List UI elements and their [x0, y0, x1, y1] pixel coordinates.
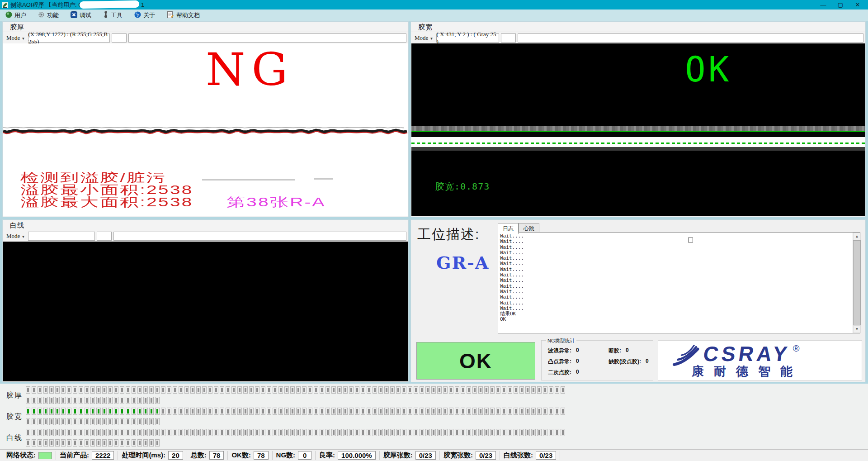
- frame-slot-empty: [549, 429, 553, 436]
- close-button[interactable]: ✕: [849, 0, 866, 10]
- frame-slot-empty: [514, 386, 518, 394]
- log-entry: Wait....: [500, 272, 860, 278]
- frame-slot-pass: [143, 408, 148, 415]
- menu-item-about[interactable]: ?关于: [134, 11, 155, 19]
- frame-slot-empty: [467, 386, 471, 394]
- frame-slot-empty: [408, 386, 412, 394]
- info-box[interactable]: [113, 232, 406, 241]
- coordinate-readout[interactable]: (X 398,Y 1272) : (R 255,G 255,B 255): [28, 33, 110, 43]
- frame-slot-empty: [543, 408, 547, 415]
- frame-slot-empty: [155, 439, 160, 447]
- frame-slot-empty: [355, 386, 359, 394]
- tab-log[interactable]: 日志: [498, 223, 519, 234]
- frame-slot-empty: [502, 408, 506, 415]
- station-description-label: 工位描述:: [417, 225, 480, 244]
- ng-stat-value: 0: [576, 369, 579, 376]
- minimize-button[interactable]: —: [815, 0, 832, 10]
- frame-slot-empty: [326, 408, 330, 415]
- mode-dropdown[interactable]: Mode ▼: [6, 233, 25, 240]
- menu-item-help-doc[interactable]: 帮助文档: [167, 11, 200, 19]
- frame-slot-empty: [49, 418, 54, 425]
- frame-slot-empty: [343, 408, 348, 415]
- statusbar-label: OK数:: [231, 451, 251, 460]
- frame-slot-empty: [43, 397, 48, 404]
- frame-slot-empty: [478, 429, 483, 436]
- frame-slot-empty: [425, 408, 430, 415]
- frame-slot-empty: [226, 386, 230, 394]
- frame-slot-empty: [132, 397, 136, 404]
- frame-slot-empty: [461, 408, 465, 415]
- frame-slot-empty: [67, 418, 71, 425]
- result-ok-text: OK: [685, 52, 732, 87]
- frame-slot-pass: [26, 408, 30, 415]
- frame-slot-empty: [337, 408, 342, 415]
- frame-slot-empty: [237, 386, 242, 394]
- ng-stat-label: 断胶:: [609, 347, 621, 355]
- inspection-image-glue-thickness[interactable]: NG 检测到溢胶/脏污 溢胶最小面积:2538 溢胶最大面积:2538 第38张…: [3, 43, 408, 216]
- frame-slot-empty: [43, 418, 48, 425]
- log-checkbox[interactable]: [688, 238, 693, 242]
- indicator-row: [26, 397, 160, 404]
- maximize-button[interactable]: ▢: [832, 0, 849, 10]
- menu-item-tools[interactable]: 工具: [103, 11, 123, 19]
- menu-item-gear[interactable]: 功能: [38, 11, 59, 19]
- frame-slot-empty: [126, 397, 130, 404]
- logo-brand-text: CSRAY: [702, 343, 792, 364]
- frame-slot-empty: [420, 408, 424, 415]
- scroll-up-icon[interactable]: ▲: [853, 233, 861, 240]
- frame-slot-empty: [220, 429, 224, 436]
- ng-stat-value: 0: [576, 358, 579, 366]
- frame-slot-empty: [314, 386, 318, 394]
- inspection-image-glue-width[interactable]: OK 胶宽:0.873: [411, 43, 865, 216]
- frame-slot-empty: [514, 429, 518, 436]
- info-box[interactable]: [518, 33, 863, 43]
- mode-dropdown[interactable]: Mode ▼: [415, 34, 434, 42]
- value-box[interactable]: [97, 232, 112, 241]
- ng-stat-row: 凸点异常:0: [548, 358, 579, 366]
- frame-slot-empty: [431, 408, 436, 415]
- frame-slot-empty: [331, 386, 336, 394]
- frame-slot-empty: [143, 439, 148, 447]
- menu-item-user[interactable]: 用户: [5, 11, 26, 19]
- coordinate-readout[interactable]: ( X 431, Y 2 ) : ( Gray 25 ): [436, 33, 499, 43]
- about-icon: ?: [134, 11, 141, 19]
- mode-dropdown[interactable]: Mode ▼: [6, 34, 25, 42]
- chevron-down-icon: ▼: [430, 37, 434, 41]
- frame-slot-empty: [79, 397, 83, 404]
- frame-slot-empty: [32, 439, 36, 447]
- log-scrollbar[interactable]: ▲ ▼: [853, 233, 860, 333]
- frame-slot-empty: [79, 429, 83, 436]
- frame-slot-empty: [38, 429, 42, 436]
- frame-slot-empty: [373, 429, 377, 436]
- indicator-group-label: 胶宽: [6, 412, 23, 422]
- indicator-group-label: 白线: [6, 433, 23, 443]
- frame-slot-empty: [137, 439, 142, 447]
- frame-slot-empty: [431, 429, 436, 436]
- smudge-mark: [202, 179, 295, 181]
- value-box[interactable]: [112, 33, 127, 43]
- frame-slot-empty: [449, 386, 453, 394]
- frame-slot-empty: [196, 429, 201, 436]
- frame-slot-empty: [196, 386, 201, 394]
- frame-slot-empty: [167, 408, 171, 415]
- frame-slot-empty: [108, 386, 113, 394]
- log-list[interactable]: Wait....Wait....Wait....Wait....Wait....…: [498, 232, 860, 333]
- scrollbar-thumb[interactable]: [853, 240, 861, 325]
- inspection-image-white-line[interactable]: [3, 242, 408, 381]
- info-box[interactable]: [128, 33, 406, 43]
- frame-slot-empty: [396, 408, 401, 415]
- coordinate-readout[interactable]: [28, 232, 95, 241]
- frame-slot-empty: [478, 408, 483, 415]
- frame-slot-pass: [61, 408, 66, 415]
- frame-slot-empty: [85, 429, 89, 436]
- scroll-down-icon[interactable]: ▼: [853, 325, 861, 333]
- ng-statistics-title: NG类型统计: [546, 337, 576, 344]
- menu-item-debug[interactable]: 调试: [71, 11, 91, 19]
- frame-slot-empty: [302, 408, 307, 415]
- ng-stat-value: 0: [646, 358, 649, 366]
- frame-slot-empty: [85, 439, 89, 447]
- frame-slot-empty: [496, 429, 500, 436]
- frame-slot-empty: [43, 439, 48, 447]
- value-box[interactable]: [501, 33, 516, 43]
- frame-slot-empty: [102, 397, 107, 404]
